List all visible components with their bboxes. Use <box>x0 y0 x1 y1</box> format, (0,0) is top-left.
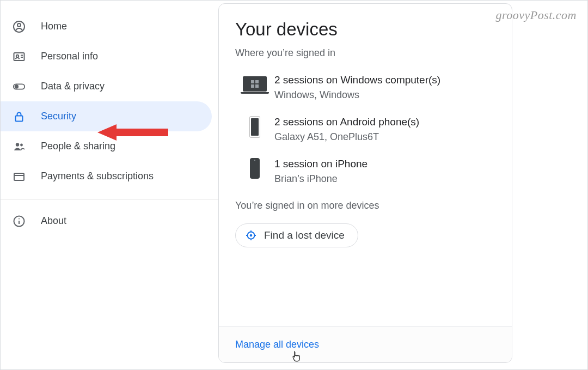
device-primary: 2 sessions on Android phone(s) <box>274 116 419 128</box>
device-row[interactable]: 2 sessions on Android phone(s) Galaxy A5… <box>235 116 495 143</box>
sidebar-item-label: About <box>41 215 66 227</box>
card-subtitle: Where you’re signed in <box>235 47 495 59</box>
main-content: Your devices Where you’re signed in 2 se… <box>218 1 587 369</box>
card-title: Your devices <box>235 19 495 40</box>
svg-point-7 <box>16 143 19 146</box>
device-secondary: Galaxy A51, OnePlus6T <box>274 131 419 143</box>
device-secondary: Brian’s iPhone <box>274 173 367 185</box>
annotation-arrow-icon <box>97 122 174 145</box>
manage-all-devices-link[interactable]: Manage all devices <box>235 339 319 350</box>
sidebar-item-payments[interactable]: Payments & subscriptions <box>1 161 212 191</box>
svg-point-11 <box>19 218 20 219</box>
find-lost-device-button[interactable]: Find a lost device <box>235 223 358 247</box>
card-footer: Manage all devices <box>219 326 512 362</box>
svg-point-8 <box>20 143 23 146</box>
device-row[interactable]: 2 sessions on Windows computer(s) Window… <box>235 74 495 101</box>
svg-point-17 <box>250 234 253 237</box>
sidebar-item-label: Security <box>41 111 76 122</box>
info-icon <box>13 215 26 228</box>
device-secondary: Windows, Windows <box>274 89 440 101</box>
svg-rect-13 <box>255 80 259 83</box>
svg-rect-14 <box>251 84 254 88</box>
svg-rect-15 <box>255 84 259 88</box>
id-card-icon <box>13 50 26 63</box>
device-row[interactable]: 1 session on iPhone Brian’s iPhone <box>235 158 495 185</box>
people-icon <box>13 140 26 153</box>
sidebar: Home Personal info Data & privacy Securi… <box>1 1 218 369</box>
svg-point-5 <box>15 85 19 88</box>
svg-marker-18 <box>97 124 168 141</box>
iphone-icon <box>250 158 260 179</box>
sidebar-item-personal-info[interactable]: Personal info <box>1 41 212 71</box>
android-phone-icon <box>249 116 260 138</box>
sidebar-item-about[interactable]: About <box>1 206 212 236</box>
your-devices-card: Your devices Where you’re signed in 2 se… <box>218 3 512 363</box>
svg-point-3 <box>16 54 19 57</box>
target-icon <box>246 230 256 241</box>
sidebar-item-data-privacy[interactable]: Data & privacy <box>1 71 212 101</box>
find-lost-device-label: Find a lost device <box>264 229 345 241</box>
svg-rect-12 <box>251 80 254 83</box>
sidebar-item-label: Payments & subscriptions <box>41 171 154 182</box>
sidebar-item-home[interactable]: Home <box>1 11 212 41</box>
laptop-icon <box>243 76 267 92</box>
svg-rect-6 <box>16 116 23 121</box>
sidebar-item-label: Data & privacy <box>41 81 105 92</box>
lock-icon <box>13 110 26 123</box>
svg-rect-9 <box>14 173 24 180</box>
sidebar-item-label: Personal info <box>41 51 98 62</box>
svg-point-1 <box>17 23 21 27</box>
more-devices-note: You’re signed in on more devices <box>235 200 495 211</box>
device-primary: 2 sessions on Windows computer(s) <box>274 74 440 86</box>
sidebar-item-label: Home <box>41 21 67 32</box>
watermark-text: groovyPost.com <box>495 8 577 22</box>
cursor-pointer-icon <box>292 351 301 363</box>
user-circle-icon <box>13 20 26 33</box>
device-primary: 1 session on iPhone <box>274 158 367 170</box>
credit-card-icon <box>13 170 26 183</box>
toggle-icon <box>13 80 26 93</box>
sidebar-divider <box>1 199 218 199</box>
